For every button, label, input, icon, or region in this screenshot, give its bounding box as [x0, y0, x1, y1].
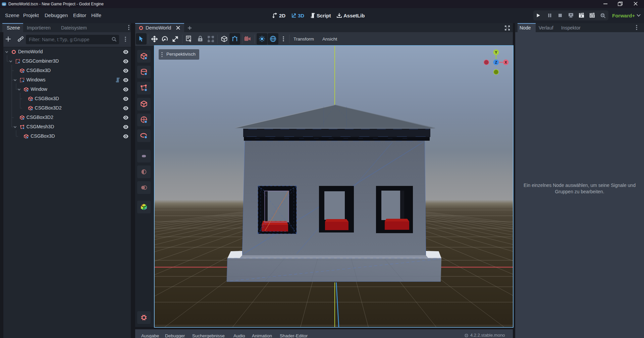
- svg-text:Y: Y: [495, 50, 497, 54]
- svg-text:Z: Z: [495, 60, 497, 64]
- svg-text:X: X: [504, 60, 507, 64]
